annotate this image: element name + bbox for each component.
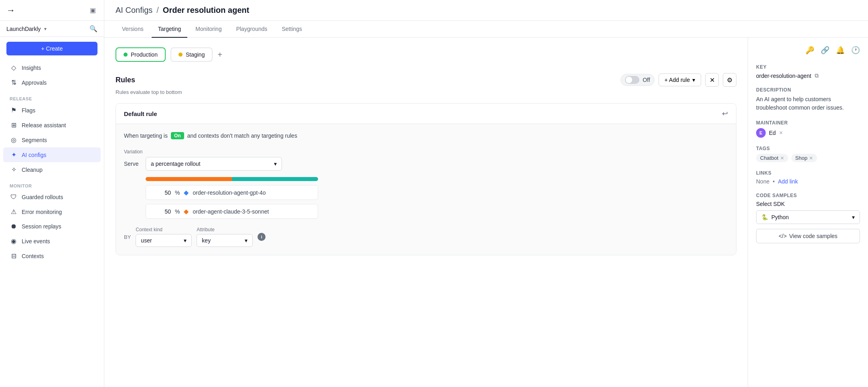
chevron-down-icon: ▾: [245, 237, 247, 244]
flags-icon: ⚑: [10, 106, 18, 114]
key-value-row: order-resolution-agent ⧉: [756, 72, 860, 79]
workspace-name: LaunchDarkly: [6, 26, 41, 32]
add-link-button[interactable]: Add link: [778, 178, 798, 185]
serve-value: a percentage rollout: [151, 161, 201, 167]
env-staging[interactable]: Staging: [170, 47, 213, 62]
sidebar-item-segments[interactable]: ◎ Segments: [3, 132, 101, 147]
environment-row: Production Staging +: [116, 47, 736, 62]
tab-playgrounds[interactable]: Playgrounds: [230, 21, 274, 38]
rules-controls: Off + Add rule ▾ ✕ ⚙: [621, 73, 736, 87]
key-section: Key order-resolution-agent ⧉: [756, 64, 860, 79]
remove-shop-tag[interactable]: ✕: [809, 155, 813, 161]
pct-input-1[interactable]: 50: [151, 208, 171, 215]
close-button[interactable]: ✕: [705, 73, 719, 87]
teal-segment: [232, 177, 318, 181]
settings-icon[interactable]: ⚙: [723, 73, 736, 87]
sidebar-item-contexts[interactable]: ⊟ Contexts: [3, 248, 101, 263]
rules-toggle[interactable]: Off: [621, 74, 654, 86]
monitor-section-label: Monitor: [0, 177, 104, 190]
chevron-down-icon: ▾: [852, 214, 855, 220]
toggle-knob: [626, 77, 632, 83]
chevron-down-icon: ▾: [274, 161, 277, 167]
rules-title: Rules: [116, 76, 135, 84]
info-button[interactable]: i: [258, 233, 266, 241]
segments-icon: ◎: [10, 136, 18, 144]
toggle-switch[interactable]: [625, 76, 639, 84]
when-text-1: When targeting is: [124, 132, 168, 139]
default-rule-title: Default rule: [124, 110, 157, 117]
key-icon[interactable]: 🔑: [805, 46, 814, 55]
add-environment-button[interactable]: +: [217, 50, 222, 59]
tab-settings[interactable]: Settings: [276, 21, 309, 38]
remove-maintainer-button[interactable]: ✕: [779, 130, 783, 136]
approvals-icon: ⇅: [10, 79, 18, 86]
orange-segment: [146, 177, 232, 181]
topbar: AI Configs / Order resolution agent: [104, 0, 868, 21]
env-production[interactable]: Production: [116, 47, 166, 62]
session-replays-icon: ⏺: [10, 223, 18, 230]
link-icon[interactable]: 🔗: [821, 46, 829, 55]
search-button[interactable]: 🔍: [89, 25, 97, 33]
main-area: AI Configs / Order resolution agent Vers…: [104, 0, 868, 387]
remove-chatbot-tag[interactable]: ✕: [780, 155, 784, 161]
history-icon[interactable]: 🕐: [851, 46, 860, 55]
sidebar-item-live-events[interactable]: ◉ Live events: [3, 234, 101, 248]
create-button[interactable]: + Create: [6, 42, 97, 55]
toggle-label: Off: [643, 77, 650, 83]
env-production-label: Production: [131, 51, 158, 58]
serve-dropdown[interactable]: a percentage rollout ▾: [146, 157, 282, 171]
sdk-selector[interactable]: 🐍 Python ▾: [756, 210, 860, 224]
sidebar-item-guarded-rollouts[interactable]: 🛡 Guarded rollouts: [3, 190, 101, 204]
insights-icon: ◇: [10, 64, 18, 71]
panel-icons: 🔑 🔗 🔔 🕐: [756, 46, 860, 55]
view-code-samples-button[interactable]: </> View code samples: [756, 229, 860, 243]
tab-targeting[interactable]: Targeting: [152, 21, 188, 38]
tab-monitoring[interactable]: Monitoring: [189, 21, 228, 38]
context-kind-label: Context kind: [136, 227, 192, 232]
maintainer-avatar: E: [756, 128, 766, 138]
maintainer-row: E Ed ✕: [756, 128, 860, 138]
context-kind-value: user: [141, 237, 152, 244]
tab-versions[interactable]: Versions: [116, 21, 150, 38]
collapse-sidebar-button[interactable]: ▣: [88, 5, 97, 16]
code-samples-label: Code samples: [756, 193, 860, 198]
when-row: When targeting is On and contexts don't …: [124, 132, 728, 139]
nav-insights[interactable]: ◇ Insights: [3, 60, 101, 75]
select-sdk-label: Select SDK: [756, 201, 860, 207]
rule-back-button[interactable]: ↩: [722, 109, 728, 118]
links-label: Links: [756, 170, 860, 176]
sidebar-item-ai-configs[interactable]: ✦ AI configs: [3, 147, 101, 162]
pct-input-0[interactable]: 50: [151, 189, 171, 196]
context-row: BY Context kind user ▾ Attribute key: [124, 227, 728, 247]
tag-chatbot: Chatbot ✕: [756, 154, 788, 162]
percentage-bar: [146, 177, 318, 181]
sidebar-item-release-assistant[interactable]: ⊞ Release assistant: [3, 118, 101, 132]
sidebar-item-error-monitoring-label: Error monitoring: [22, 209, 62, 215]
sdk-logo: 🐍: [761, 214, 768, 220]
nav-approvals[interactable]: ⇅ Approvals: [3, 75, 101, 90]
production-status-dot: [124, 53, 128, 57]
add-rule-button[interactable]: + Add rule ▾: [659, 73, 701, 86]
code-icon: </>: [779, 233, 787, 239]
tabs-bar: Versions Targeting Monitoring Playground…: [104, 21, 868, 38]
sidebar-item-segments-label: Segments: [22, 137, 47, 143]
notification-icon[interactable]: 🔔: [836, 46, 845, 55]
chevron-down-icon: ▾: [44, 26, 47, 32]
links-section: Links None • Add link: [756, 170, 860, 185]
cleanup-icon: ✧: [10, 166, 18, 173]
sidebar-item-session-replays[interactable]: ⏺ Session replays: [3, 219, 101, 234]
logo-icon: →: [6, 5, 15, 16]
sidebar-item-error-monitoring[interactable]: ⚠ Error monitoring: [3, 204, 101, 219]
nav-approvals-label: Approvals: [22, 79, 47, 86]
variation-label: Variation: [124, 149, 728, 155]
workspace-selector[interactable]: LaunchDarkly ▾ 🔍: [0, 21, 104, 37]
copy-key-button[interactable]: ⧉: [815, 72, 819, 79]
sidebar-item-flags[interactable]: ⚑ Flags: [3, 103, 101, 118]
description-label: Description: [756, 87, 860, 93]
attribute-dropdown[interactable]: key ▾: [197, 234, 253, 247]
release-section-label: Release: [0, 90, 104, 103]
context-kind-dropdown[interactable]: user ▾: [136, 234, 192, 247]
sidebar-item-guarded-rollouts-label: Guarded rollouts: [22, 194, 63, 200]
sidebar-item-cleanup[interactable]: ✧ Cleanup: [3, 162, 101, 177]
chevron-down-icon: ▾: [692, 77, 695, 83]
